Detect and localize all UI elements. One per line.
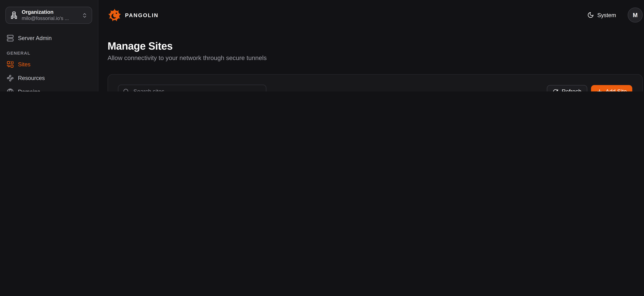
sidebar-item-label: Domains	[18, 89, 40, 92]
refresh-label: Refresh	[562, 88, 582, 92]
section-label-general: GENERAL	[7, 50, 91, 56]
waypoints-icon	[7, 74, 14, 82]
moon-icon	[587, 12, 594, 18]
chevrons-up-down-icon	[82, 12, 88, 18]
avatar-initial: M	[633, 12, 638, 18]
sites-card: Refresh Add Site Name	[108, 74, 643, 92]
building-icon	[10, 11, 18, 19]
org-selector[interactable]: Organization milo@fossorial.io's ...	[6, 7, 92, 24]
sidebar-item-sites[interactable]: Sites	[7, 58, 91, 71]
add-site-button[interactable]: Add Site	[591, 85, 632, 92]
page-title: Manage Sites	[108, 40, 172, 52]
theme-toggle[interactable]: System	[585, 11, 618, 19]
page-subtitle: Allow connectivity to your network throu…	[108, 54, 267, 61]
globe-icon	[7, 88, 14, 92]
sidebar-item-label: Server Admin	[18, 35, 52, 41]
server-icon	[7, 35, 14, 42]
add-site-label: Add Site	[606, 88, 627, 92]
org-selector-label: Organization	[22, 9, 78, 16]
toolbar-actions: Refresh Add Site	[547, 85, 632, 92]
search-icon	[123, 88, 129, 92]
avatar[interactable]: M	[628, 8, 642, 22]
topbar: PANGOLIN System M	[98, 0, 644, 30]
sidebar-item-label: Resources	[18, 75, 45, 81]
sidebar-nav: Server Admin GENERAL Sites Resources Do	[0, 31, 98, 92]
card-toolbar: Refresh Add Site	[118, 85, 632, 92]
main-area: PANGOLIN System M Manage Sites Allow con…	[98, 0, 644, 92]
plus-icon	[596, 88, 603, 92]
topbar-right: System M	[585, 8, 643, 22]
sidebar-item-label: Sites	[18, 61, 30, 68]
pangolin-logo-icon	[108, 8, 122, 22]
sidebar-item-resources[interactable]: Resources	[7, 71, 91, 85]
sidebar: Organization milo@fossorial.io's ... Ser…	[0, 0, 98, 92]
org-selector-value: milo@fossorial.io's ...	[22, 15, 78, 22]
theme-label: System	[597, 12, 616, 18]
search-box	[118, 85, 266, 92]
brand-name: PANGOLIN	[125, 12, 158, 18]
refresh-button[interactable]: Refresh	[547, 85, 587, 92]
sidebar-item-domains[interactable]: Domains	[7, 85, 91, 92]
org-selector-text: Organization milo@fossorial.io's ...	[22, 9, 78, 22]
search-input[interactable]	[132, 88, 261, 92]
app-window: Organization milo@fossorial.io's ... Ser…	[0, 0, 644, 92]
combine-icon	[7, 61, 14, 68]
sidebar-item-server-admin[interactable]: Server Admin	[7, 31, 91, 45]
brand: PANGOLIN	[108, 8, 158, 22]
refresh-icon	[552, 88, 558, 92]
